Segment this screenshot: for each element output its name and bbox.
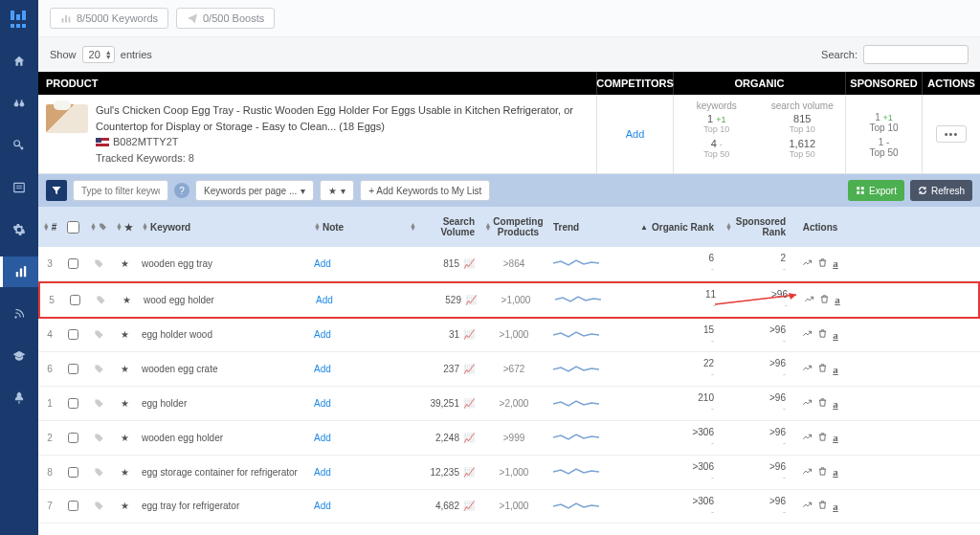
trash-icon[interactable] bbox=[817, 500, 828, 512]
amazon-icon[interactable]: a bbox=[835, 294, 840, 305]
trash-icon[interactable] bbox=[817, 466, 828, 479]
col-star[interactable]: ▲▼★ bbox=[113, 212, 136, 241]
svg-rect-4 bbox=[16, 24, 20, 28]
analytics-icon[interactable] bbox=[802, 500, 813, 512]
nav-stats-icon[interactable] bbox=[0, 256, 38, 287]
add-competitor-link[interactable]: Add bbox=[626, 128, 645, 140]
row-star-icon[interactable]: ★ bbox=[113, 352, 136, 386]
svg-rect-0 bbox=[11, 11, 14, 20]
row-checkbox[interactable] bbox=[61, 456, 84, 489]
row-star-icon[interactable]: ★ bbox=[115, 283, 138, 317]
trend-chart-icon[interactable]: 📈 bbox=[463, 258, 475, 269]
add-note-link[interactable]: Add bbox=[314, 501, 331, 511]
row-tag-icon[interactable] bbox=[84, 456, 113, 489]
row-checkbox[interactable] bbox=[61, 352, 84, 386]
trash-icon[interactable] bbox=[817, 328, 828, 341]
col-note[interactable]: ▲▼Note bbox=[308, 212, 404, 241]
row-star-icon[interactable]: ★ bbox=[113, 319, 136, 352]
analytics-icon[interactable] bbox=[802, 328, 813, 341]
row-checkbox[interactable] bbox=[61, 490, 84, 524]
nav-graduation-icon[interactable] bbox=[0, 341, 38, 371]
table-row: 5★wood egg holderAdd529 📈>1,00011->96-a bbox=[38, 281, 980, 319]
add-note-link[interactable]: Add bbox=[314, 364, 331, 374]
analytics-icon[interactable] bbox=[802, 432, 813, 444]
trend-chart-icon[interactable]: 📈 bbox=[465, 295, 477, 305]
nav-satellite-icon[interactable] bbox=[0, 299, 38, 329]
table-row: 6★wooden egg crateAdd237 📈>67222->96-a bbox=[38, 352, 980, 387]
trash-icon[interactable] bbox=[817, 257, 828, 270]
entries-select[interactable]: 20 ▲▼ bbox=[82, 46, 115, 63]
trend-chart-icon[interactable]: 📈 bbox=[463, 364, 475, 374]
row-star-icon[interactable]: ★ bbox=[113, 421, 136, 455]
row-tag-icon[interactable] bbox=[84, 387, 113, 420]
trend-chart-icon[interactable]: 📈 bbox=[463, 329, 475, 340]
col-checkbox[interactable] bbox=[61, 212, 84, 241]
add-note-link[interactable]: Add bbox=[314, 329, 331, 340]
row-tag-icon[interactable] bbox=[84, 319, 113, 352]
row-tag-icon[interactable] bbox=[84, 490, 113, 524]
amazon-icon[interactable]: a bbox=[833, 329, 838, 341]
col-search-volume[interactable]: ▲▼Search Volume bbox=[404, 212, 480, 241]
amazon-icon[interactable]: a bbox=[833, 398, 838, 410]
trend-chart-icon[interactable]: 📈 bbox=[463, 501, 475, 511]
nav-home-icon[interactable] bbox=[0, 46, 38, 77]
row-checkbox[interactable] bbox=[63, 283, 86, 317]
nav-binoculars-icon[interactable] bbox=[0, 88, 38, 119]
row-star-icon[interactable]: ★ bbox=[113, 490, 136, 524]
row-tag-icon[interactable] bbox=[84, 247, 113, 280]
nav-news-icon[interactable] bbox=[0, 172, 38, 203]
analytics-icon[interactable] bbox=[802, 363, 813, 375]
funnel-icon[interactable] bbox=[46, 180, 67, 201]
nav-gear-icon[interactable] bbox=[0, 214, 38, 245]
analytics-icon[interactable] bbox=[802, 257, 813, 270]
search-input[interactable] bbox=[863, 45, 969, 64]
trend-chart-icon[interactable]: 📈 bbox=[463, 433, 475, 443]
row-tag-icon[interactable] bbox=[84, 421, 113, 455]
row-checkbox[interactable] bbox=[61, 247, 84, 280]
col-tag[interactable]: ▲▼ bbox=[84, 212, 113, 241]
export-button[interactable]: Export bbox=[848, 180, 904, 201]
nav-pin-icon[interactable] bbox=[0, 383, 38, 413]
amazon-icon[interactable]: a bbox=[833, 364, 838, 375]
row-star-icon[interactable]: ★ bbox=[113, 247, 136, 280]
amazon-icon[interactable]: a bbox=[833, 466, 838, 478]
trend-chart-icon[interactable]: 📈 bbox=[463, 467, 475, 478]
product-actions-menu[interactable]: ••• bbox=[936, 125, 968, 143]
analytics-icon[interactable] bbox=[802, 466, 813, 479]
row-tag-icon[interactable] bbox=[86, 283, 115, 317]
perpage-select[interactable]: Keywords per page ... ▾ bbox=[195, 180, 314, 201]
help-icon[interactable]: ? bbox=[174, 183, 189, 198]
refresh-button[interactable]: Refresh bbox=[910, 180, 972, 201]
add-keywords-button[interactable]: + Add Keywords to My List bbox=[360, 180, 490, 201]
add-note-link[interactable]: Add bbox=[316, 295, 333, 305]
trash-icon[interactable] bbox=[819, 294, 830, 306]
col-sponsored-rank[interactable]: ▲▼Sponsored Rank bbox=[720, 212, 791, 241]
col-organic-rank[interactable]: ▲Organic Rank bbox=[605, 212, 720, 241]
amazon-icon[interactable]: a bbox=[833, 501, 838, 512]
row-checkbox[interactable] bbox=[61, 421, 84, 455]
add-note-link[interactable]: Add bbox=[314, 398, 331, 409]
trash-icon[interactable] bbox=[817, 397, 828, 410]
star-filter-button[interactable]: ★ ▾ bbox=[320, 180, 354, 201]
analytics-icon[interactable] bbox=[804, 294, 814, 306]
trend-chart-icon[interactable]: 📈 bbox=[463, 398, 475, 409]
row-star-icon[interactable]: ★ bbox=[113, 387, 136, 420]
trash-icon[interactable] bbox=[817, 363, 828, 375]
col-keyword[interactable]: ▲▼Keyword bbox=[136, 212, 308, 241]
amazon-icon[interactable]: a bbox=[833, 257, 838, 269]
row-checkbox[interactable] bbox=[61, 387, 84, 420]
col-index[interactable]: ▲▼# bbox=[38, 212, 61, 241]
svg-rect-15 bbox=[19, 269, 21, 278]
row-tag-icon[interactable] bbox=[84, 352, 113, 386]
add-note-link[interactable]: Add bbox=[314, 433, 331, 443]
trash-icon[interactable] bbox=[817, 432, 828, 444]
row-star-icon[interactable]: ★ bbox=[113, 456, 136, 489]
row-checkbox[interactable] bbox=[61, 319, 84, 352]
col-competing-products[interactable]: ▲▼Competing Products bbox=[480, 212, 547, 241]
amazon-icon[interactable]: a bbox=[833, 432, 838, 443]
nav-key-icon[interactable] bbox=[0, 130, 38, 161]
add-note-link[interactable]: Add bbox=[314, 258, 331, 269]
add-note-link[interactable]: Add bbox=[314, 467, 331, 478]
filter-keywords-input[interactable] bbox=[73, 180, 168, 201]
analytics-icon[interactable] bbox=[802, 397, 813, 410]
